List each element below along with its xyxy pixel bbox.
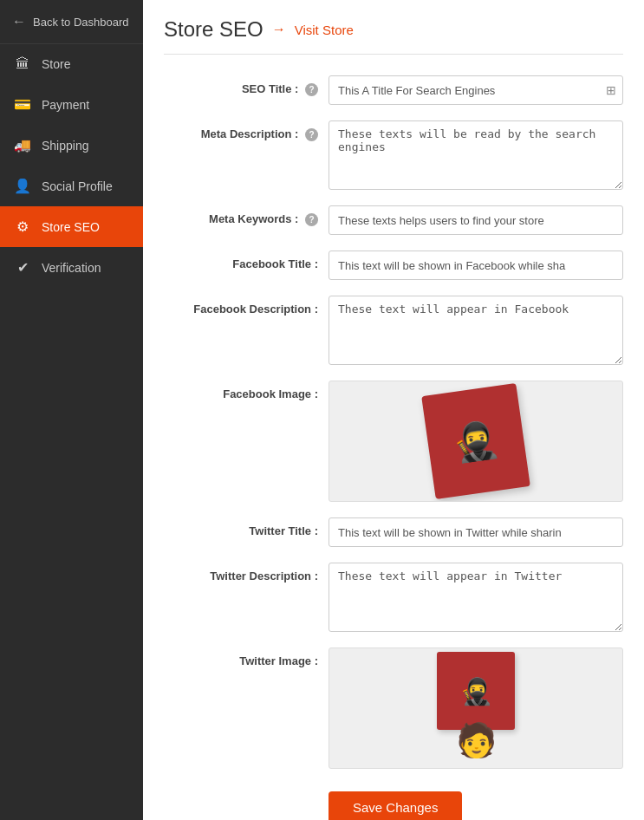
facebook-description-group: Facebook Description : These text will a… (164, 296, 623, 365)
sidebar-item-label: Store SEO (42, 220, 100, 234)
sidebar-item-label: Social Profile (42, 179, 113, 193)
meta-keywords-help-icon[interactable]: ? (305, 213, 318, 226)
meta-keywords-input[interactable] (329, 205, 623, 235)
meta-keywords-label: Meta Keywords : ? (164, 205, 329, 226)
sidebar-item-social-profile[interactable]: 👤 Social Profile (0, 166, 143, 206)
twitter-image-placeholder: 🥷 🧑 (428, 652, 524, 765)
twitter-title-input[interactable] (329, 517, 623, 547)
back-arrow-icon: ← (12, 14, 26, 29)
shipping-icon: 🚚 (14, 137, 31, 153)
sidebar-item-label: Store (42, 57, 70, 71)
twitter-description-group: Twitter Description : These text will ap… (164, 563, 623, 632)
meta-keywords-group: Meta Keywords : ? (164, 205, 623, 235)
seo-icon: ⚙ (14, 218, 31, 235)
facebook-ninja-card: 🥷 (421, 383, 530, 499)
seo-title-help-icon[interactable]: ? (305, 83, 318, 96)
facebook-description-label: Facebook Description : (164, 296, 329, 316)
arrow-icon: → (272, 22, 286, 37)
sidebar: ← Back to Dashboard 🏛 Store 💳 Payment 🚚 … (0, 0, 143, 820)
sidebar-item-store[interactable]: 🏛 Store (0, 44, 143, 84)
facebook-image-label: Facebook Image : (164, 381, 329, 400)
back-label: Back to Dashboard (33, 16, 129, 29)
sidebar-item-payment[interactable]: 💳 Payment (0, 84, 143, 125)
facebook-description-input[interactable]: These text will appear in Facebook (329, 296, 623, 365)
twitter-image-label: Twitter Image : (164, 648, 329, 667)
sidebar-item-label: Verification (42, 261, 101, 275)
twitter-description-label: Twitter Description : (164, 563, 329, 582)
social-icon: 👤 (14, 178, 31, 194)
facebook-image-placeholder: 🥷 (420, 385, 532, 498)
facebook-image-group: Facebook Image : 🥷 (164, 381, 623, 502)
person-icon: 🧑 (456, 721, 497, 759)
twitter-title-label: Twitter Title : (164, 517, 329, 537)
sidebar-item-verification[interactable]: ✔ Verification (0, 247, 143, 288)
save-button-wrapper: Save Changes (164, 784, 623, 820)
verification-icon: ✔ (14, 259, 31, 276)
save-changes-button[interactable]: Save Changes (329, 791, 462, 820)
sidebar-item-label: Payment (42, 98, 89, 112)
payment-icon: 💳 (14, 96, 31, 113)
seo-title-input-wrapper: ⊞ (329, 75, 623, 105)
page-header: Store SEO → Visit Store (164, 17, 623, 55)
twitter-poster: 🥷 (437, 652, 515, 730)
twitter-description-input[interactable]: These text will appear in Twitter (329, 563, 623, 632)
main-content: Store SEO → Visit Store SEO Title : ? ⊞ … (143, 0, 644, 820)
meta-description-input[interactable]: These texts will be read by the search e… (329, 120, 623, 190)
sidebar-item-store-seo[interactable]: ⚙ Store SEO (0, 206, 143, 247)
sidebar-item-shipping[interactable]: 🚚 Shipping (0, 125, 143, 166)
twitter-title-group: Twitter Title : (164, 517, 623, 547)
meta-description-help-icon[interactable]: ? (305, 128, 318, 141)
store-icon: 🏛 (14, 56, 31, 72)
page-title: Store SEO (164, 17, 263, 42)
twitter-image-group: Twitter Image : 🥷 🧑 (164, 648, 623, 769)
visit-store-link[interactable]: Visit Store (295, 23, 354, 37)
facebook-title-input[interactable] (329, 251, 623, 280)
seo-title-label: SEO Title : ? (164, 75, 329, 96)
back-to-dashboard[interactable]: ← Back to Dashboard (0, 0, 143, 44)
twitter-image-upload[interactable]: 🥷 🧑 (329, 648, 623, 769)
meta-description-label: Meta Description : ? (164, 120, 329, 141)
facebook-title-group: Facebook Title : (164, 251, 623, 280)
seo-title-input[interactable] (329, 75, 623, 105)
twitter-ninja-icon: 🥷 (460, 676, 492, 706)
facebook-title-label: Facebook Title : (164, 251, 329, 270)
ninja-emoji-icon: 🥷 (451, 417, 501, 465)
sidebar-item-label: Shipping (42, 139, 89, 153)
edit-icon: ⊞ (606, 83, 616, 97)
meta-description-group: Meta Description : ? These texts will be… (164, 120, 623, 190)
seo-title-group: SEO Title : ? ⊞ (164, 75, 623, 105)
facebook-image-upload[interactable]: 🥷 (329, 381, 623, 502)
